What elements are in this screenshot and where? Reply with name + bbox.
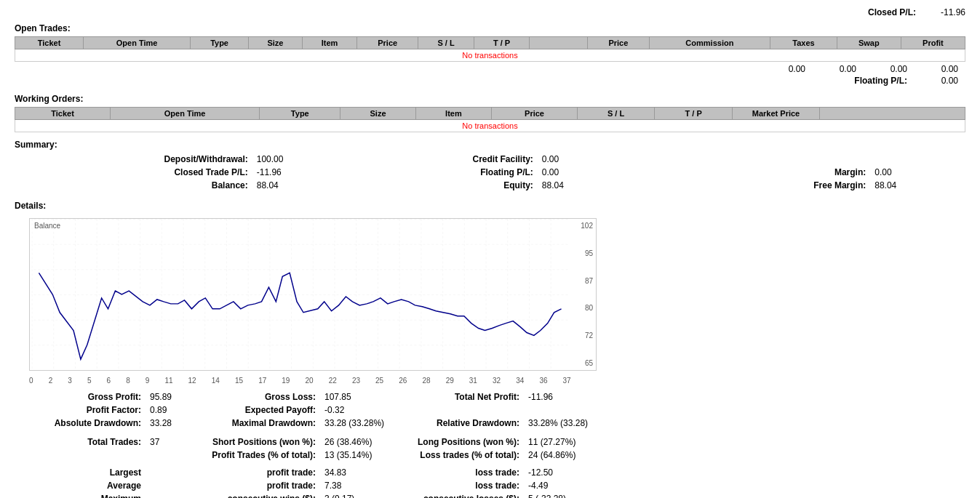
no-transactions-row: No transactions [15,49,965,62]
average-profit-label: profit trade: [204,479,320,492]
deposit-value: 100.00 [252,153,348,166]
wo-col-empty [820,108,965,120]
largest-loss-value: -12.50 [524,466,965,479]
balance-chart: Balance 102 95 87 [29,218,597,371]
consecutive-losses-label: consecutive losses ($): [393,492,524,498]
col-open-time: Open Time [84,37,191,49]
floating-pl-value: 0.00 [913,75,964,87]
total-trades-label: Total Trades: [15,435,146,449]
credit-value: 0.00 [538,153,633,166]
working-orders-header: Ticket Open Time Type Size Item Price S … [15,108,965,120]
relative-drawdown-value: 33.28% (33.28) [524,417,965,430]
total-net-profit-value: -11.96 [524,390,965,403]
maximum-label: Maximum [15,492,146,498]
totals-table: 0.00 0.00 0.00 0.00 Floating P/L: 0.00 [760,63,964,87]
summary-table: Deposit/Withdrawal: 100.00 Credit Facili… [15,153,965,192]
relative-drawdown-label: Relative Drawdown: [393,417,524,430]
gross-profit-label: Gross Profit: [15,390,146,403]
wo-col-price: Price [492,108,577,120]
open-trades-title: Open Trades: [15,23,965,33]
credit-label: Credit Facility: [347,153,537,166]
wo-col-type: Type [260,108,340,120]
total-commission: 0.00 [760,63,811,75]
average-loss-label: loss trade: [393,479,524,492]
equity-label: Equity: [347,179,537,192]
total-trades-value: 37 [146,435,204,449]
wo-col-sl: S / L [577,108,655,120]
col-item: Item [302,37,356,49]
short-positions-label: Short Positions (won %): [204,435,320,449]
floating-pl-label: Floating P/L: [760,75,913,87]
wo-col-tp: T / P [655,108,733,120]
chart-svg [30,219,570,370]
expected-payoff-value: -0.32 [320,403,393,417]
no-transactions-text: No transactions [15,49,965,62]
summary-title: Summary: [15,140,965,150]
gross-loss-label: Gross Loss: [204,390,320,403]
chart-y-axis: 102 95 87 80 72 65 [570,219,596,370]
svg-rect-0 [32,219,569,370]
closed-pl-value: -11.96 [922,7,965,17]
total-taxes: 0.00 [811,63,862,75]
summary-floating-pl-label: Floating P/L: [347,166,537,179]
profit-factor-value: 0.89 [146,403,204,417]
long-positions-label: Long Positions (won %): [393,435,524,449]
chart-area: Balance 102 95 87 [15,214,965,375]
balance-value: 88.04 [252,179,348,192]
wo-col-ticket: Ticket [15,108,111,120]
wo-col-open-time: Open Time [111,108,260,120]
profit-factor-label: Profit Factor: [15,403,146,417]
closed-trade-pl-value: -11.96 [252,166,348,179]
col-taxes: Taxes [770,37,837,49]
free-margin-label: Free Margin: [633,179,871,192]
wo-no-transactions-row: No transactions [15,120,965,132]
y-label-65: 65 [573,359,593,367]
average-label: Average [15,479,146,492]
profit-trades-value: 13 (35.14%) [320,449,393,462]
y-label-102: 102 [573,222,593,230]
y-label-80: 80 [573,304,593,312]
maximal-drawdown-label: Maximal Drawdown: [204,417,320,430]
closed-pl-label: Closed P/L: [868,7,916,17]
wo-no-transactions-text: No transactions [15,120,965,132]
details-section: Details: Balance 102 [15,201,965,385]
total-profit: 0.00 [913,63,964,75]
col-profit: Profit [901,37,965,49]
details-title: Details: [15,201,965,211]
expected-payoff-label: Expected Payoff: [204,403,320,417]
average-profit-value: 7.38 [320,479,393,492]
open-trades-totals: 0.00 0.00 0.00 0.00 Floating P/L: 0.00 [15,63,965,87]
wo-col-size: Size [340,108,415,120]
long-positions-value: 11 (27.27%) [524,435,965,449]
col-tp: T / P [474,37,529,49]
open-trades-header: Ticket Open Time Type Size Item Price S … [15,37,965,49]
margin-value: 0.00 [870,166,965,179]
chart-x-axis: 0 2 3 5 6 8 9 11 12 14 15 17 19 20 22 23… [29,377,597,385]
absolute-drawdown-label: Absolute Drawdown: [15,417,146,430]
wo-col-item: Item [415,108,492,120]
col-empty [530,37,588,49]
col-commission: Commission [649,37,770,49]
balance-label: Balance: [15,179,252,192]
largest-profit-value: 34.83 [320,466,393,479]
free-margin-value: 88.04 [870,179,965,192]
equity-value: 88.04 [538,179,633,192]
consecutive-wins-label: consecutive wins ($): [204,492,320,498]
consecutive-losses-value: 5 (-33.28) [524,492,965,498]
largest-loss-label: loss trade: [393,466,524,479]
closed-trade-pl-label: Closed Trade P/L: [15,166,252,179]
summary-section: Summary: Deposit/Withdrawal: 100.00 Cred… [15,140,965,192]
stats-table: Gross Profit: 95.89 Gross Loss: 107.85 T… [15,390,965,498]
total-swap: 0.00 [862,63,913,75]
absolute-drawdown-value: 33.28 [146,417,204,430]
profit-trades-label: Profit Trades (% of total): [204,449,320,462]
consecutive-wins-value: 3 (9.17) [320,492,393,498]
col-price: Price [357,37,418,49]
stats-section: Gross Profit: 95.89 Gross Loss: 107.85 T… [15,390,965,498]
col-size: Size [249,37,303,49]
col-price2: Price [588,37,649,49]
summary-floating-pl-value: 0.00 [538,166,633,179]
gross-loss-value: 107.85 [320,390,393,403]
y-label-95: 95 [573,249,593,257]
working-orders-table: Ticket Open Time Type Size Item Price S … [15,107,965,132]
